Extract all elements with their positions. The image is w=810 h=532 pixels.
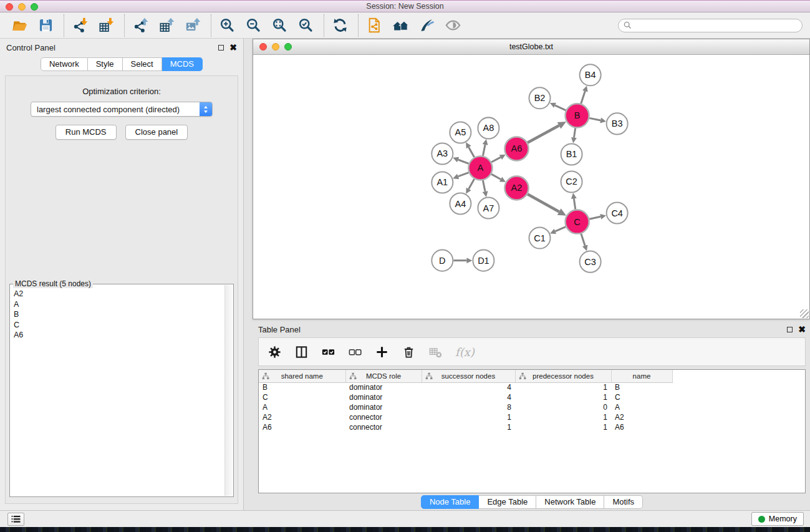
node-A3[interactable]: A3: [432, 143, 453, 164]
add-row-button[interactable]: [375, 344, 389, 360]
node-A8[interactable]: A8: [478, 117, 499, 138]
column-header-successor-nodes[interactable]: successor nodes: [422, 370, 515, 382]
edge-A2-C[interactable]: [528, 194, 566, 216]
node-C3[interactable]: C3: [580, 251, 601, 273]
export-table-button[interactable]: [157, 16, 178, 36]
settings-button[interactable]: [268, 344, 282, 360]
edge-A-A3[interactable]: [453, 157, 468, 164]
resize-grip[interactable]: [800, 309, 809, 318]
export-network-button[interactable]: [131, 16, 152, 36]
node-B1[interactable]: B1: [561, 143, 582, 165]
delete-row-button[interactable]: [402, 344, 416, 360]
edge-B-B2[interactable]: [550, 103, 566, 110]
node-A7[interactable]: A7: [478, 198, 499, 219]
tab-select[interactable]: Select: [123, 57, 162, 71]
tab-style[interactable]: Style: [88, 57, 123, 71]
node-table[interactable]: shared nameMCDS rolesuccessor nodesprede…: [259, 370, 673, 432]
network-minimize-button[interactable]: [272, 43, 279, 51]
node-A6[interactable]: A6: [504, 137, 528, 160]
edge-D-D1[interactable]: [453, 258, 472, 263]
edge-A-A8[interactable]: [483, 139, 488, 156]
edge-B-B4[interactable]: [581, 85, 588, 104]
node-D1[interactable]: D1: [473, 250, 494, 271]
edge-A-A5[interactable]: [466, 142, 474, 157]
zoom-out-button[interactable]: [244, 16, 265, 36]
annotate-button[interactable]: [417, 16, 438, 36]
table-close-panel-icon[interactable]: ✖: [798, 326, 806, 332]
table-row[interactable]: A6connector11A6: [259, 422, 672, 432]
tab-mcds[interactable]: MCDS: [162, 57, 203, 71]
select-all-button[interactable]: [321, 344, 335, 360]
table-float-panel-icon[interactable]: [787, 327, 793, 332]
result-item[interactable]: A2: [11, 289, 224, 299]
column-header-name[interactable]: name: [611, 370, 672, 382]
node-B[interactable]: B: [566, 104, 589, 127]
run-mcds-button[interactable]: Run MCDS: [55, 125, 117, 140]
node-B4[interactable]: B4: [580, 64, 601, 85]
import-network-button[interactable]: [70, 16, 92, 36]
column-header-predecessor-nodes[interactable]: predecessor nodes: [515, 370, 611, 382]
import-table-button[interactable]: [97, 16, 118, 36]
tab-motifs[interactable]: Motifs: [604, 495, 643, 509]
zoom-in-button[interactable]: [218, 16, 239, 36]
memory-button[interactable]: Memory: [751, 512, 804, 526]
open-file-button[interactable]: [10, 16, 31, 36]
network-canvas[interactable]: B4B2BB3B1A5A8A6A3AA1A2C2A4A7C4CC1C3DD1: [253, 55, 809, 319]
result-item[interactable]: A: [11, 299, 224, 310]
close-panel-icon[interactable]: ✖: [229, 44, 237, 51]
result-item[interactable]: B: [11, 309, 224, 320]
edge-A-A2[interactable]: [491, 174, 506, 182]
close-window-button[interactable]: [6, 3, 13, 11]
network-maximize-button[interactable]: [284, 43, 292, 51]
column-header-shared-name[interactable]: shared name: [259, 370, 345, 382]
edge-A6-B[interactable]: [528, 122, 566, 143]
node-C2[interactable]: C2: [561, 171, 582, 192]
edge-A-A6[interactable]: [491, 155, 506, 162]
node-C1[interactable]: C1: [529, 228, 550, 249]
edge-A-A4[interactable]: [466, 179, 474, 194]
edge-B-B3[interactable]: [589, 118, 606, 123]
edge-A-A1[interactable]: [453, 173, 468, 180]
node-A5[interactable]: A5: [450, 122, 471, 143]
deselect-all-button[interactable]: [348, 344, 362, 360]
minimize-window-button[interactable]: [18, 3, 26, 11]
open-network-file-button[interactable]: [365, 16, 386, 36]
criterion-select[interactable]: largest connected component (directed): [31, 102, 213, 117]
node-C[interactable]: C: [566, 210, 589, 234]
result-scrollbar[interactable]: [224, 285, 233, 496]
edge-B-B1[interactable]: [571, 128, 577, 143]
zoom-fit-button[interactable]: [270, 16, 291, 36]
edge-C-C1[interactable]: [550, 227, 566, 234]
edge-C-C2[interactable]: [571, 193, 577, 209]
result-item[interactable]: C: [11, 320, 224, 331]
table-row[interactable]: A2connector11A2: [259, 412, 672, 422]
node-D[interactable]: D: [432, 250, 453, 271]
tab-node-table[interactable]: Node Table: [421, 495, 480, 509]
task-history-button[interactable]: [7, 513, 24, 526]
edge-C-C4[interactable]: [589, 214, 606, 220]
edge-A-A7[interactable]: [483, 180, 488, 197]
show-hide-button[interactable]: [443, 16, 465, 36]
node-B3[interactable]: B3: [607, 113, 628, 134]
node-B2[interactable]: B2: [529, 87, 550, 109]
show-columns-button[interactable]: [294, 344, 309, 360]
column-header-mcds-role[interactable]: MCDS role: [345, 370, 422, 382]
tab-edge-table[interactable]: Edge Table: [479, 495, 536, 509]
node-A4[interactable]: A4: [450, 193, 471, 215]
table-row[interactable]: Adominator80A: [259, 402, 672, 412]
export-image-button[interactable]: [183, 16, 205, 36]
node-A1[interactable]: A1: [432, 172, 453, 193]
search-input[interactable]: [634, 21, 797, 30]
edge-C-C3[interactable]: [581, 234, 588, 251]
node-A[interactable]: A: [468, 156, 492, 180]
node-A2[interactable]: A2: [504, 176, 528, 200]
tab-network[interactable]: Network: [41, 57, 88, 71]
result-item[interactable]: A6: [11, 330, 224, 341]
table-row[interactable]: Cdominator41C: [259, 392, 672, 402]
maximize-window-button[interactable]: [31, 3, 38, 11]
save-session-button[interactable]: [36, 16, 57, 36]
tab-network-table[interactable]: Network Table: [536, 495, 604, 509]
close-panel-button[interactable]: Close panel: [125, 125, 188, 140]
refresh-layout-button[interactable]: [330, 16, 352, 36]
network-close-button[interactable]: [259, 43, 267, 51]
